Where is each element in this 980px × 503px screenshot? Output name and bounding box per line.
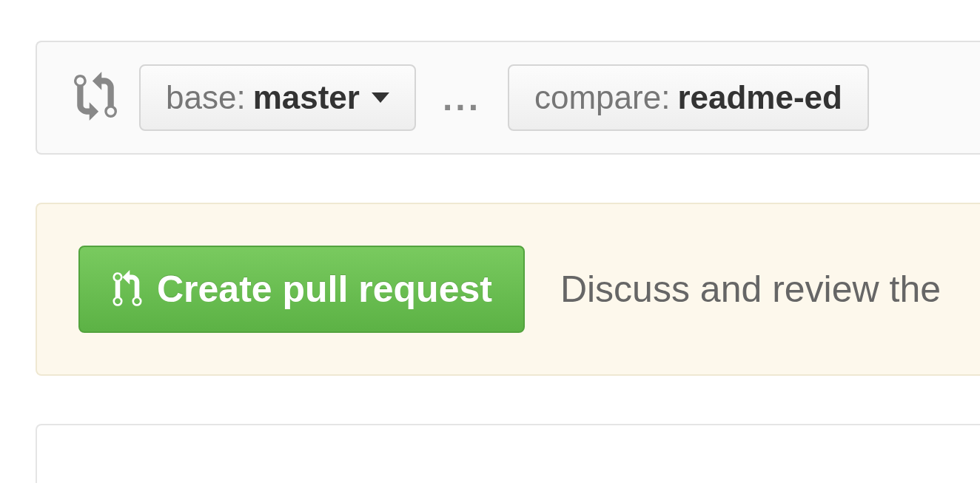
compare-branches-bar: base: master ... compare: readme-ed <box>36 41 980 155</box>
base-branch-value: master <box>253 79 360 116</box>
create-pr-button-label: Create pull request <box>157 268 492 311</box>
create-pull-request-button[interactable]: Create pull request <box>78 246 525 333</box>
branch-separator: ... <box>438 78 486 118</box>
pr-banner-description: Discuss and review the <box>560 268 941 311</box>
create-pr-banner: Create pull request Discuss and review t… <box>36 203 980 376</box>
content-panel <box>36 424 980 483</box>
compare-branch-value: readme-ed <box>677 79 842 116</box>
compare-prefix-label: compare: <box>534 79 670 116</box>
git-pull-request-icon <box>111 270 144 308</box>
git-compare-icon <box>74 72 117 124</box>
caret-down-icon <box>372 92 389 103</box>
base-branch-select[interactable]: base: master <box>139 64 416 131</box>
base-prefix-label: base: <box>166 79 246 116</box>
compare-branch-select[interactable]: compare: readme-ed <box>508 64 869 131</box>
